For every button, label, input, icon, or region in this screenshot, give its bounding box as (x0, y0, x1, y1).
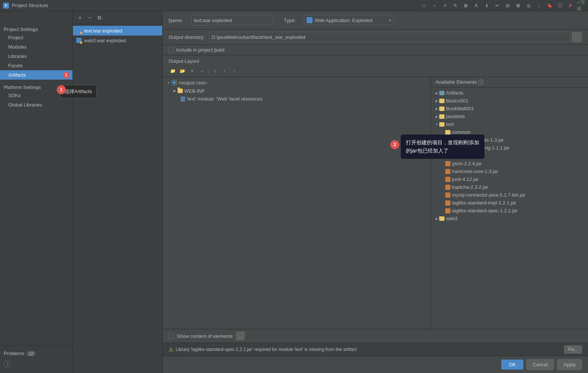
avail-item-commons-dbutils[interactable]: commons-dbutils-1.3.jar (431, 136, 588, 144)
fix-button[interactable]: Fix... (564, 345, 582, 354)
sidebar-item-project[interactable]: Project (0, 33, 73, 42)
layout-add-btn[interactable]: + (188, 67, 196, 75)
nav-forward[interactable]: → (13, 13, 21, 20)
tb-undo[interactable]: ↩ (493, 1, 501, 10)
name-input[interactable] (191, 15, 273, 25)
expand-artifacts[interactable]: ▶ (434, 90, 439, 96)
tb-square[interactable]: ⊞ (462, 1, 470, 10)
show-content-button[interactable]: ... (236, 332, 245, 340)
expand-web-inf[interactable]: ▶ (172, 88, 178, 94)
avail-item-junit[interactable]: junit-4.12.jar (431, 175, 588, 183)
expand-basics001[interactable]: ▶ (434, 98, 439, 104)
avail-item-bookmall001[interactable]: ▶ BookMall001 (431, 105, 588, 112)
avail-label-taglibs-impl: taglibs-standard-impl-1.2.1.jar (452, 200, 516, 206)
tb-info[interactable]: ℹ (483, 1, 491, 10)
avail-item-taglibs-impl[interactable]: taglibs-standard-impl-1.2.1.jar (431, 199, 588, 207)
output-layout-label: Output Layout (163, 55, 588, 65)
tb-bookmark2[interactable]: ☐ (556, 1, 564, 10)
layout-folder-btn[interactable]: 📂 (178, 67, 187, 75)
tb-circle[interactable]: ○ (430, 1, 438, 10)
layout-add-folder-btn[interactable]: 📁 (169, 67, 177, 75)
layout-remove-btn[interactable]: − (198, 67, 206, 75)
tb-arrow[interactable]: ↗ (441, 1, 449, 10)
tree-item-output-root[interactable]: ▾ <output root> (163, 78, 431, 87)
layout-down-btn[interactable]: ↓ (230, 67, 238, 75)
sidebar-item-label-project: Project (8, 35, 23, 40)
type-dropdown-arrow: ▾ (389, 18, 391, 22)
expand-output-root[interactable]: ▾ (166, 80, 172, 86)
artifact-item-web3-war-exploded[interactable]: web3:war exploded (73, 36, 162, 45)
avail-label-basics001: Basics001 (446, 98, 468, 104)
expand-web3[interactable]: ▶ (434, 216, 439, 221)
output-dir-input[interactable] (209, 32, 570, 42)
sidebar-item-libraries[interactable]: Libraries (0, 52, 73, 61)
type-select[interactable]: Web Application: Exploded ▾ (304, 15, 394, 25)
tb-minus-grid[interactable]: ⊠ (514, 1, 522, 10)
artifact-item-text-war-exploded[interactable]: text:war exploded (73, 26, 162, 36)
tb-target[interactable]: ◎ (524, 1, 533, 10)
cancel-button[interactable]: Cancel (526, 359, 554, 370)
tree-item-web-inf[interactable]: ▶ WEB-INF (163, 87, 431, 95)
sidebar-item-facets[interactable]: Facets (0, 61, 73, 70)
avail-item-javaweb[interactable]: ▶ javaWeb (431, 112, 588, 120)
apply-button[interactable]: Apply (557, 359, 582, 370)
nav-back[interactable]: ← (3, 13, 11, 20)
sidebar-item-artifacts[interactable]: Artifacts 1 (0, 70, 73, 80)
avail-label-gson: gson-2.2.4.jar (452, 161, 482, 166)
expand-text[interactable]: ▾ (434, 122, 439, 127)
avail-item-mysql[interactable]: mysql-connector-java-5.1.7-bin.jar (431, 191, 588, 199)
layout-tree: ▾ <output root> ▶ WEB-INF 'text' module:… (163, 77, 431, 329)
avail-item-common[interactable]: common (431, 128, 588, 136)
sidebar-item-modules[interactable]: Modules (0, 42, 73, 52)
artifact-label-1: web3:war exploded (84, 38, 126, 43)
ok-button[interactable]: OK (501, 360, 523, 370)
avail-label-taglibs-spec: taglibs-standard-spec-1.2.1.jar (452, 208, 518, 213)
avail-item-commons-logging[interactable]: commons-logging-1.1.1.jar (431, 144, 588, 152)
layout-sort-btn[interactable]: ↕ (211, 67, 219, 75)
avail-label-web3: web3 (446, 216, 458, 221)
tree-item-text-module[interactable]: 'text' module: 'Web' facet resources (163, 95, 431, 103)
tb-pen[interactable]: ✎ (451, 1, 459, 10)
tb-grid[interactable]: ⊟ (504, 1, 512, 10)
tb-bookmark[interactable]: 🔖 (545, 1, 554, 10)
avail-item-basics001[interactable]: ▶ Basics001 (431, 97, 588, 105)
jar-icon-gson (445, 161, 450, 166)
tb-rect[interactable]: □ (420, 1, 428, 10)
tb-a[interactable]: A (472, 1, 480, 10)
include-checkbox[interactable] (169, 47, 174, 53)
layout-up-btn[interactable]: ↑ (221, 67, 229, 75)
include-checkbox-label[interactable]: Include in project build (169, 47, 224, 53)
sidebar-item-global-libraries[interactable]: Global Libraries (0, 100, 73, 110)
avail-item-hamcrest[interactable]: hamcrest-core-1.3.jar (431, 167, 588, 175)
artifacts-folder-icon (439, 91, 444, 95)
artifact-list-panel: + − ⧉ text:war exploded web3:war explode… (73, 11, 163, 373)
problems-row[interactable]: Problems 12 (0, 349, 73, 358)
add-artifact-button[interactable]: + (76, 13, 84, 22)
expand-javaweb[interactable]: ▶ (434, 114, 439, 119)
artifact-list-content: text:war exploded web3:war exploded (73, 24, 162, 373)
main-container: ← → Project Settings Project Modules Lib… (0, 11, 588, 373)
tb-close[interactable]: ✗ (566, 1, 575, 10)
avail-item-text[interactable]: ▾ text (431, 120, 588, 128)
copy-artifact-button[interactable]: ⧉ (95, 13, 104, 22)
remove-artifact-button[interactable]: − (86, 13, 94, 22)
available-elements-header: Available Elements ? (431, 77, 588, 87)
bookmall001-folder-icon (439, 107, 444, 111)
avail-item-gson[interactable]: gson-2.2.4.jar (431, 160, 588, 167)
text-module-icon (181, 96, 185, 102)
tb-download[interactable]: ↓ (535, 1, 543, 10)
split-panel: ▾ <output root> ▶ WEB-INF 'text' module:… (163, 77, 588, 329)
main-content: Name: Type: Web Application: Exploded ▾ … (163, 11, 588, 373)
help-button[interactable]: ? (4, 360, 11, 368)
avail-item-kaptcha[interactable]: kaptcha-2.3.2.jar (431, 183, 588, 191)
show-content-checkbox[interactable] (169, 333, 174, 339)
tb-finish[interactable]: ✓完成 (577, 1, 585, 10)
avail-item-druid[interactable]: druid-1.1.9.jar (431, 152, 588, 160)
avail-item-artifacts[interactable]: ▶ Artifacts (431, 89, 588, 97)
expand-bookmall001[interactable]: ▶ (434, 106, 439, 111)
avail-item-web3[interactable]: ▶ web3 (431, 215, 588, 222)
window-title: Project Structure (12, 3, 48, 8)
avail-item-taglibs-spec[interactable]: taglibs-standard-spec-1.2.1.jar (431, 207, 588, 215)
browse-button[interactable]: … (572, 32, 582, 42)
available-elements-info[interactable]: ? (478, 80, 483, 85)
